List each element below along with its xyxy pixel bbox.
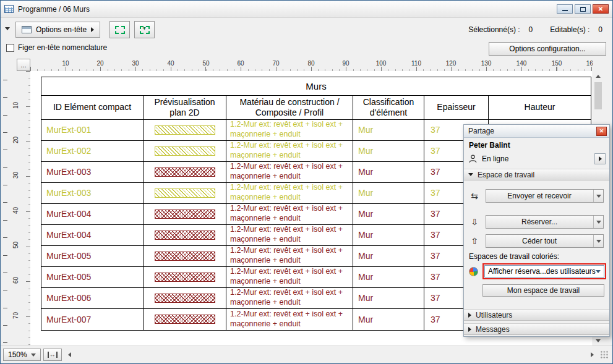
resize-grip[interactable] — [600, 350, 609, 359]
cell-material[interactable]: 1.2-Mur ext: revêt ext + isol ext + maço… — [226, 120, 353, 141]
cell-classification[interactable]: Mur — [353, 141, 424, 162]
cell-classification[interactable]: Mur — [353, 225, 424, 246]
cell-preview[interactable] — [144, 120, 226, 141]
cell-material[interactable]: 1.2-Mur ext: revêt ext + isol ext + maço… — [226, 162, 353, 183]
zoom-control[interactable]: 150% — [3, 349, 41, 361]
cell-classification[interactable]: Mur — [353, 246, 424, 267]
cell-id[interactable]: MurExt-003 — [41, 162, 144, 183]
scroll-down-button[interactable] — [593, 336, 603, 345]
cell-material[interactable]: 1.2-Mur ext: revêt ext + isol ext + maço… — [226, 309, 353, 330]
arrow-left-icon — [68, 352, 71, 357]
users-section-header[interactable]: Utilisateurs — [464, 309, 609, 321]
column-header-height[interactable]: Hauteur — [489, 96, 591, 120]
dropdown-arrow-icon[interactable] — [593, 235, 603, 247]
vertical-scrollbar-thumb[interactable] — [594, 82, 602, 109]
ruler-tick-label: 90 — [338, 60, 353, 67]
cell-preview[interactable] — [144, 204, 226, 225]
header-options-icon — [22, 26, 32, 33]
cell-classification[interactable]: Mur — [353, 120, 424, 141]
maximize-button[interactable] — [575, 4, 591, 14]
column-header-material[interactable]: Matériau de construction / Composite / P… — [226, 96, 353, 120]
cell-id[interactable]: MurExt-003 — [41, 183, 144, 204]
cell-material[interactable]: 1.2-Mur ext: revêt ext + isol ext + maço… — [226, 204, 353, 225]
minimize-button[interactable] — [557, 4, 573, 14]
palette-title-bar[interactable]: Partage — [464, 125, 609, 138]
cell-id[interactable]: MurExt-006 — [41, 288, 144, 309]
cell-material[interactable]: 1.2-Mur ext: revêt ext + isol ext + maço… — [226, 183, 353, 204]
workspace-color-dropdown-value: Afficher réserva...des utilisateurs — [488, 267, 596, 276]
cell-classification[interactable]: Mur — [353, 309, 424, 330]
cell-preview[interactable] — [144, 288, 226, 309]
workspace-color-dropdown[interactable]: Afficher réserva...des utilisateurs — [484, 265, 604, 277]
reserve-button[interactable]: Réserver... — [486, 215, 604, 229]
cell-classification[interactable]: Mur — [353, 162, 424, 183]
cell-id[interactable]: MurExt-007 — [41, 309, 144, 330]
horizontal-scrollbar[interactable] — [78, 350, 584, 360]
dropdown-arrow-icon[interactable] — [593, 216, 603, 228]
cell-classification[interactable]: Mur — [353, 204, 424, 225]
scroll-up-button[interactable] — [593, 71, 603, 81]
palette-close-button[interactable] — [596, 127, 607, 136]
column-header-classification[interactable]: Classification d'élément — [353, 96, 424, 120]
title-bar[interactable]: Programme / 06 Murs — [1, 1, 612, 18]
send-receive-label: Envoyer et recevoir — [507, 192, 571, 200]
cell-material[interactable]: 1.2-Mur ext: revêt ext + isol ext + maço… — [226, 141, 353, 162]
cell-classification[interactable]: Mur — [353, 267, 424, 288]
wall-hatch-preview — [155, 188, 215, 198]
colored-workspaces-label: Espaces de travail coloriés: — [469, 252, 559, 261]
cell-id[interactable]: MurExt-004 — [41, 204, 144, 225]
column-header-id[interactable]: ID Elément compact — [41, 96, 144, 120]
column-header-thickness[interactable]: Epaisseur — [424, 96, 489, 120]
cell-id[interactable]: MurExt-005 — [41, 267, 144, 288]
scroll-left-button[interactable] — [64, 349, 75, 361]
options-configuration-button[interactable]: Options configuration... — [489, 42, 606, 56]
release-all-button[interactable]: Céder tout — [486, 234, 604, 248]
send-receive-button[interactable]: Envoyer et recevoir — [486, 189, 604, 203]
flyout-arrow-icon — [91, 27, 94, 32]
cell-id[interactable]: MurExt-001 — [41, 120, 144, 141]
vertical-ruler[interactable]: 10 20 30 40 50 60 70 — [1, 71, 30, 345]
dropdown-arrow-icon[interactable] — [593, 190, 603, 202]
cell-id[interactable]: MurExt-002 — [41, 141, 144, 162]
online-status-label: En ligne — [482, 154, 508, 163]
my-workspace-button[interactable]: Mon espace de travail — [482, 284, 604, 297]
fit-width-button[interactable]: ↔ — [43, 349, 62, 361]
arrow-right-icon — [599, 156, 602, 161]
messages-section-header[interactable]: Messages — [464, 323, 609, 335]
ruler-options-button[interactable]: ... — [17, 59, 30, 71]
cell-classification[interactable]: Mur — [353, 288, 424, 309]
cell-preview[interactable] — [144, 267, 226, 288]
ruler-tick-label: 60 — [233, 60, 248, 67]
release-all-label: Céder tout — [522, 237, 557, 245]
options-entete-button[interactable]: Options en-tête — [15, 22, 100, 38]
online-status-row: En ligne — [469, 153, 606, 165]
close-button[interactable] — [593, 4, 609, 14]
cell-material[interactable]: 1.2-Mur ext: revêt ext + isol ext + maço… — [226, 288, 353, 309]
scroll-right-button[interactable] — [586, 349, 598, 361]
column-header-preview[interactable]: Prévisualisation plan 2D — [144, 96, 226, 120]
toolbar-menu-arrow-icon[interactable] — [5, 27, 10, 30]
ruler-tick-label: 50 — [199, 60, 213, 67]
cell-preview[interactable] — [144, 309, 226, 330]
wall-hatch-preview — [155, 125, 215, 135]
cell-material[interactable]: 1.2-Mur ext: revêt ext + isol ext + maço… — [226, 246, 353, 267]
workspace-section-header[interactable]: Espace de travail — [464, 169, 609, 180]
cell-preview[interactable] — [144, 183, 226, 204]
selection-area-button[interactable] — [109, 21, 130, 38]
cell-preview[interactable] — [144, 225, 226, 246]
wall-hatch-preview — [155, 273, 215, 282]
cell-preview[interactable] — [144, 162, 226, 183]
user-name: Peter Balint — [469, 141, 510, 150]
cell-material[interactable]: 1.2-Mur ext: revêt ext + isol ext + maço… — [226, 267, 353, 288]
ruler-tick-label: 110 — [409, 60, 424, 67]
selection-arrow-button[interactable] — [134, 21, 155, 38]
online-menu-button[interactable] — [594, 153, 606, 164]
cell-material[interactable]: 1.2-Mur ext: revêt ext + isol ext + maço… — [226, 225, 353, 246]
cell-preview[interactable] — [144, 246, 226, 267]
cell-preview[interactable] — [144, 141, 226, 162]
cell-classification[interactable]: Mur — [353, 183, 424, 204]
cell-id[interactable]: MurExt-005 — [41, 246, 144, 267]
freeze-header-checkbox[interactable] — [6, 44, 14, 52]
horizontal-ruler[interactable]: 10 20 30 40 50 60 70 80 90 100 110 120 1… — [30, 59, 593, 71]
cell-id[interactable]: MurExt-004 — [41, 225, 144, 246]
